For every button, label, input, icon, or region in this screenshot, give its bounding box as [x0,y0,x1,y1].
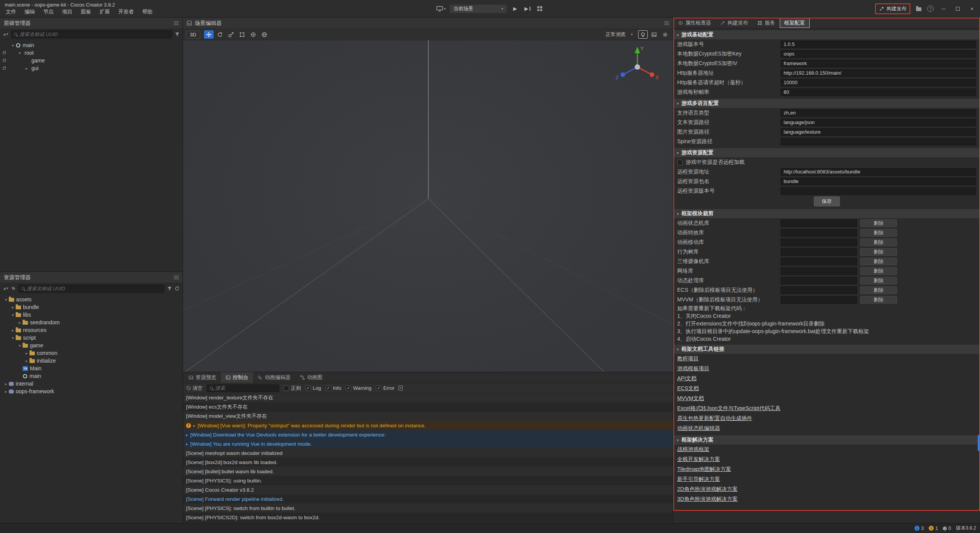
delete-module-button[interactable]: 删除 [860,267,897,275]
chevron-down-icon[interactable]: ▾ [17,51,23,55]
menubar-item-4[interactable]: 面板 [77,7,95,16]
log-row[interactable]: [Scene] [box2d]:box2d wasm lib loaded. [183,458,673,467]
refresh-assets-button[interactable] [175,286,180,291]
menubar-item-1[interactable]: 编辑 [20,7,39,16]
layout-grid-button[interactable] [536,4,544,13]
chevron-right-icon[interactable]: ▸ [17,320,23,325]
section-header[interactable]: ▾游戏资源配置 [673,148,980,157]
field-input[interactable] [781,178,976,185]
world-local-toggle[interactable] [260,30,269,39]
create-node-button[interactable]: +▾ [3,31,8,37]
asset-node[interactable]: ▸resources [0,326,183,334]
minimize-button[interactable]: ─ [939,6,948,12]
log-row[interactable]: [Scene] [PHYSICS]: using builtin. [183,476,673,485]
open-project-folder-icon[interactable] [916,7,921,11]
delete-module-button[interactable]: 删除 [860,219,897,227]
log-row[interactable]: [Scene] meshopt wasm decoder initialized [183,448,673,458]
asset-node[interactable]: ▸initialize [0,357,183,365]
console-filter-2[interactable]: Info [326,385,341,391]
doc-link[interactable]: 战棋游戏框架 [673,445,980,455]
asset-node[interactable]: ▸bundle [0,303,183,311]
hierarchy-search[interactable] [11,30,172,38]
asset-node[interactable]: ▸common [0,349,183,357]
menubar-item-7[interactable]: 帮助 [138,7,157,16]
chevron-right-icon[interactable]: ▸ [24,66,29,70]
section-header[interactable]: ▾框架文档工具链接 [673,345,980,354]
field-input[interactable] [781,41,976,48]
preview-device-button[interactable]: ▾ [436,4,446,13]
filter-icon[interactable] [175,32,180,36]
doc-link[interactable]: 原生包热更新配置自动生成插件 [673,414,980,423]
sort-assets-button[interactable] [11,286,16,291]
log-row[interactable]: ▸[Window] Download the Vue Devtools exte… [183,430,673,439]
message-counter[interactable]: i 3 [915,526,924,531]
field-input[interactable] [781,79,976,87]
console-tab-2[interactable]: 动画编辑器 [253,372,296,383]
delete-module-button[interactable]: 删除 [860,286,897,294]
inspector-tab-0[interactable]: 属性检查器 [673,18,716,28]
doc-link[interactable]: MVVM文档 [673,394,980,404]
field-input[interactable] [781,50,976,58]
export-log-icon[interactable] [399,386,403,391]
lock-icon[interactable] [3,67,6,70]
field-input[interactable] [781,109,976,117]
chevron-down-icon[interactable]: ▾ [3,298,9,302]
hierarchy-node[interactable]: game [0,57,183,64]
remote-load-checkbox[interactable] [677,160,683,165]
asset-node[interactable]: TSMain [0,365,183,372]
log-row[interactable]: [Scene] [PHYSICS2D]: switch from box2d-w… [183,513,673,522]
field-input[interactable] [781,88,976,96]
module-path-input[interactable] [781,219,857,227]
move-tool-button[interactable] [204,30,214,39]
scale-tool-button[interactable] [226,30,236,39]
log-row[interactable]: [Window] render_texture文件夹不存在 [183,393,673,402]
chevron-down-icon[interactable]: ▾ [677,101,679,106]
doc-link[interactable]: 动画状态机编辑器 [673,423,980,433]
doc-link[interactable]: 教程项目 [673,354,980,364]
module-path-input[interactable] [781,296,857,304]
panel-menu-icon[interactable] [664,21,669,25]
doc-link[interactable]: Tiledmap地图解决方案 [673,464,980,474]
play-button[interactable]: ▶ [511,4,519,13]
log-row[interactable]: [Window] model_view文件夹不存在 [183,412,673,421]
delete-module-button[interactable]: 删除 [860,296,897,304]
chevron-down-icon[interactable]: ▾ [10,43,16,47]
delete-module-button[interactable]: 删除 [860,239,897,246]
checkbox-icon[interactable] [326,386,331,391]
module-path-input[interactable] [781,286,857,294]
doc-link[interactable]: Excel格式转Json文件与TypeScript代码工具 [673,404,980,414]
console-tab-1[interactable]: 控制台 [221,372,253,383]
help-icon[interactable]: ? [927,5,934,12]
chevron-right-icon[interactable]: ▸ [193,423,195,428]
log-row[interactable]: !▸[Window] [Vue warn]: Property "onInput… [183,421,673,430]
section-header[interactable]: ▾游戏基础配置 [673,30,980,39]
field-input[interactable] [781,119,976,126]
module-path-input[interactable] [781,267,857,275]
module-path-input[interactable] [781,258,857,265]
hierarchy-node[interactable]: ▾root [0,49,183,57]
scene-snapshot-button[interactable] [649,30,659,39]
chevron-right-icon[interactable]: ▸ [24,359,29,363]
chevron-down-icon[interactable]: ▾ [10,336,16,340]
chevron-down-icon[interactable]: ▾ [17,343,23,348]
checkbox-icon[interactable] [284,386,289,391]
asset-node[interactable]: main [0,372,183,380]
scene-settings-button[interactable] [660,30,670,39]
panel-menu-icon[interactable] [174,21,179,25]
field-input[interactable] [781,60,976,67]
inspector-tab-1[interactable]: 构建发布 [716,18,753,28]
inspector-tab-3[interactable]: 框架配置 [780,18,810,28]
pivot-tool-button[interactable] [248,30,258,39]
field-input[interactable] [781,168,976,176]
asset-node[interactable]: ▸internal [0,380,183,387]
menubar-item-2[interactable]: 节点 [39,7,58,16]
module-path-input[interactable] [781,248,857,256]
chevron-right-icon[interactable]: ▸ [10,328,16,332]
menubar-item-6[interactable]: 开发者 [114,7,138,16]
delete-module-button[interactable]: 删除 [860,229,897,237]
field-input[interactable] [781,138,976,146]
module-path-input[interactable] [781,239,857,246]
maximize-button[interactable] [954,7,962,11]
log-row[interactable]: [Window] ecs文件夹不存在 [183,402,673,412]
doc-link[interactable]: 新手引导解决方案 [673,474,980,484]
